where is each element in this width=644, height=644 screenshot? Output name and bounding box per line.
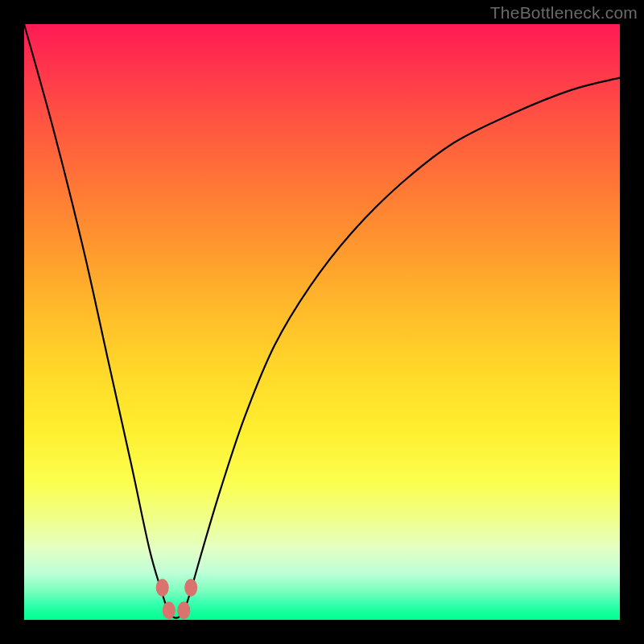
curve-svg bbox=[24, 24, 620, 620]
curve-marker bbox=[184, 579, 197, 597]
curve-marker bbox=[156, 579, 169, 597]
curve-marker bbox=[163, 601, 175, 619]
plot-area bbox=[24, 24, 620, 620]
watermark-label: TheBottleneck.com bbox=[490, 3, 638, 23]
chart-frame: TheBottleneck.com bbox=[0, 0, 644, 644]
bottleneck-curve bbox=[24, 24, 620, 618]
curve-marker bbox=[177, 601, 190, 619]
curve-markers bbox=[156, 579, 198, 619]
